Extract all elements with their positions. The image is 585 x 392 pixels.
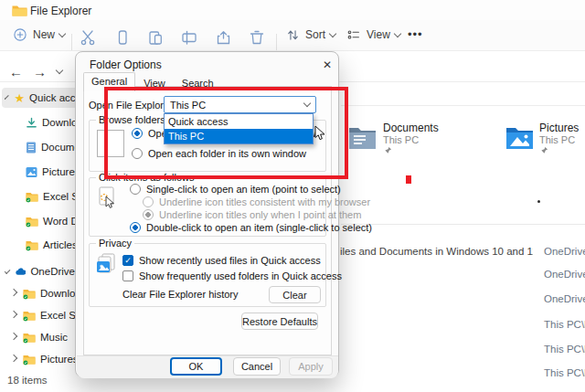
radio-label: Single-click to open an item (point to s… xyxy=(146,184,341,195)
file-row-location: This PC\Pic xyxy=(544,344,585,355)
view-button[interactable]: View xyxy=(346,26,400,43)
cancel-button[interactable]: Cancel xyxy=(233,357,281,376)
pin-icon xyxy=(384,146,392,154)
pictures-folder-icon xyxy=(505,125,534,150)
file-row-name[interactable]: iles and Documents in Windows 10 and 11.… xyxy=(340,246,533,257)
file-row-location: This PC\Pic xyxy=(544,319,585,330)
radio-double-click[interactable]: Double-click to open an item (single-cli… xyxy=(130,222,372,233)
back-button[interactable]: ← xyxy=(9,64,23,79)
privacy-files-icon xyxy=(96,253,121,279)
main-divider xyxy=(341,105,585,106)
open-explorer-dropdown-list: Quick access This PC xyxy=(164,113,314,144)
tab-general[interactable]: General xyxy=(83,72,135,91)
toolbar-divider xyxy=(276,34,277,50)
radio-single-click[interactable]: Single-click to open an item (point to s… xyxy=(130,184,341,195)
checkbox-frequent-folders[interactable]: Show frequently used folders in Quick ac… xyxy=(122,270,342,281)
status-bar-item-count: 18 items xyxy=(7,375,47,386)
radio-unselected-icon xyxy=(132,148,143,159)
title-bar: File Explorer xyxy=(0,0,585,20)
annotation-mark xyxy=(406,175,411,184)
new-button[interactable]: New xyxy=(12,26,65,43)
new-button-label: New xyxy=(33,28,55,41)
dropdown-option-this-pc[interactable]: This PC xyxy=(165,129,313,143)
sort-button[interactable]: Sort xyxy=(285,26,335,43)
radio-own-window[interactable]: Open each folder in its own window xyxy=(132,148,306,159)
view-list-icon xyxy=(346,26,362,43)
chevron-collapsed-icon xyxy=(11,288,17,295)
radio-label: Underline icon titles consistent with my… xyxy=(159,196,370,207)
checkbox-unchecked-icon xyxy=(122,270,133,281)
sidebar-item-onedrive[interactable]: OneDrive - xyxy=(5,262,81,281)
file-row-location: OneDrive - xyxy=(544,246,585,257)
sidebar-item-quick-access[interactable]: ★ Quick acce xyxy=(5,89,81,107)
click-pointer-icon xyxy=(97,185,119,211)
more-options-button[interactable]: ••• xyxy=(408,27,423,41)
view-button-label: View xyxy=(367,28,390,41)
chevron-down-icon xyxy=(394,29,401,37)
radio-disabled-icon xyxy=(143,196,154,207)
synced-folder-icon xyxy=(23,310,36,322)
synced-folder-icon xyxy=(23,288,36,300)
pin-icon xyxy=(540,146,548,154)
paste-icon[interactable] xyxy=(146,28,165,47)
chevron-down-icon xyxy=(303,100,311,107)
tab-view[interactable]: View xyxy=(135,75,174,91)
radio-unselected-icon xyxy=(130,184,141,195)
radio-underline-point: Underline icon titles only when I point … xyxy=(143,209,361,220)
file-row-location: OneDrive - xyxy=(544,269,585,280)
radio-disabled-selected-icon xyxy=(143,209,154,220)
privacy-legend: Privacy xyxy=(96,238,134,249)
radio-selected-icon xyxy=(132,128,143,139)
screen: File Explorer New xyxy=(0,0,585,392)
mouse-cursor-icon xyxy=(314,125,325,141)
sidebar-item-label: Pictures xyxy=(40,354,79,365)
tile-name: Pictures xyxy=(539,122,579,134)
sort-button-label: Sort xyxy=(305,28,325,41)
sort-arrows-icon xyxy=(285,26,301,43)
toolbar-divider xyxy=(71,34,72,50)
tile-name: Documents xyxy=(383,122,439,134)
combobox-value: This PC xyxy=(170,100,206,111)
click-items-group: Click items as follows Single-click to o… xyxy=(89,177,326,237)
apply-button: Apply xyxy=(289,357,333,376)
dialog-title: Folder Options xyxy=(90,58,162,71)
click-items-legend: Click items as follows xyxy=(96,172,197,183)
recent-locations-chevron-icon[interactable] xyxy=(56,67,63,74)
cut-icon[interactable] xyxy=(79,28,97,47)
star-icon: ★ xyxy=(14,91,25,105)
clear-history-label: Clear File Explorer history xyxy=(122,289,239,300)
chevron-expanded-icon xyxy=(5,267,10,274)
dropdown-option-quick-access[interactable]: Quick access xyxy=(165,114,313,129)
forward-button[interactable]: → xyxy=(33,64,47,79)
rename-icon[interactable] xyxy=(180,28,198,47)
onedrive-cloud-icon xyxy=(16,267,27,277)
chevron-down-icon xyxy=(329,29,336,37)
browse-folders-icon xyxy=(97,130,124,157)
chevron-expanded-icon xyxy=(5,93,9,100)
share-icon[interactable] xyxy=(214,28,232,47)
window-title: File Explorer xyxy=(30,5,91,17)
copy-icon[interactable] xyxy=(113,28,132,47)
download-icon xyxy=(26,117,37,129)
file-row-location: OneDrive - xyxy=(544,293,585,304)
close-icon[interactable]: ✕ xyxy=(319,57,335,73)
tile-subtitle: This PC xyxy=(539,134,575,145)
sidebar-item-label: Music xyxy=(40,332,68,343)
picture-icon xyxy=(26,166,37,178)
ok-button[interactable]: OK xyxy=(170,357,222,376)
document-icon xyxy=(26,142,37,154)
tab-search[interactable]: Search xyxy=(174,75,222,91)
checkbox-checked-icon: ✓ xyxy=(122,255,133,266)
checkbox-recent-files[interactable]: ✓ Show recently used files in Quick acce… xyxy=(122,255,321,266)
restore-defaults-button[interactable]: Restore Defaults xyxy=(241,313,318,330)
radio-underline-browser: Underline icon titles consistent with my… xyxy=(143,196,370,207)
delete-icon[interactable] xyxy=(248,28,266,47)
open-explorer-to-combobox[interactable]: This PC xyxy=(164,96,316,113)
clear-button[interactable]: Clear xyxy=(269,286,321,303)
synced-folder-icon xyxy=(26,239,38,251)
sidebar-item-label: Quick acce xyxy=(29,92,81,103)
chevron-collapsed-icon xyxy=(11,332,17,339)
folder-options-dialog: Folder Options ✕ General View Search Ope… xyxy=(75,51,339,377)
synced-folder-icon xyxy=(26,191,38,203)
command-toolbar: New xyxy=(0,20,585,51)
